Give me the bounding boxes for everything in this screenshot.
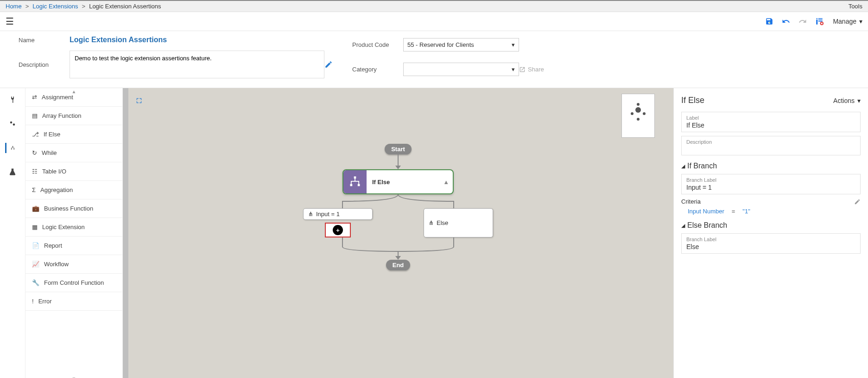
palette-while[interactable]: ↻While (25, 144, 122, 162)
svg-point-7 (635, 107, 641, 113)
hamburger-icon[interactable]: ☰ (6, 16, 14, 27)
svg-rect-3 (12, 146, 13, 147)
svg-point-6 (637, 103, 640, 106)
palette-array-function[interactable]: ▤Array Function (25, 107, 122, 125)
delete-icon[interactable] (815, 17, 824, 26)
branch-icon: ⋔ (429, 219, 434, 226)
svg-point-8 (631, 112, 634, 115)
chevron-down-icon: ▾ (512, 41, 515, 48)
svg-point-1 (10, 122, 13, 124)
canvas-scrollbar[interactable] (123, 88, 128, 378)
canvas[interactable]: Start If Else ▲ ⋔ Input = 1 (123, 88, 673, 378)
panel-title: If Else (681, 96, 704, 105)
sigma-icon: Σ (32, 186, 36, 193)
branch-input-1[interactable]: ⋔ Input = 1 (303, 208, 373, 220)
database-icon: ☷ (32, 168, 38, 175)
rail-flow-icon[interactable] (5, 143, 15, 153)
criteria-expression[interactable]: Input Number = "1" (688, 208, 861, 215)
svg-rect-4 (11, 148, 12, 149)
palette-aggregation[interactable]: ΣAggregation (25, 181, 122, 199)
expand-icon[interactable] (136, 97, 142, 104)
palette-workflow[interactable]: 📈Workflow (25, 255, 122, 274)
criteria-label: Criteria (681, 198, 701, 205)
grid-icon: ▦ (32, 224, 38, 231)
name-label: Name (19, 37, 70, 44)
properties-panel: If Else Actions ▾ Label If Else Descript… (673, 88, 868, 378)
swap-icon: ⇄ (32, 94, 37, 101)
rail-flask-icon[interactable] (7, 167, 18, 177)
list-icon: ▤ (32, 112, 38, 119)
svg-rect-12 (350, 184, 353, 186)
svg-point-2 (13, 123, 15, 126)
undo-icon[interactable] (782, 17, 790, 26)
workflow-icon: 📈 (32, 261, 39, 268)
svg-rect-5 (13, 148, 14, 149)
palette-error[interactable]: !Error (25, 292, 122, 311)
caret-icon: ◢ (681, 223, 685, 229)
ifelse-node-icon (343, 170, 367, 193)
svg-rect-11 (354, 176, 356, 179)
loop-icon: ↻ (32, 149, 37, 156)
if-branch-section[interactable]: ◢ If Branch (681, 162, 861, 170)
palette-logic-extension[interactable]: ▦Logic Extension (25, 218, 122, 237)
rail-plug-icon[interactable] (7, 95, 18, 105)
label-field[interactable]: Label If Else (681, 112, 861, 132)
branch-else[interactable]: ⋔ Else (424, 208, 493, 237)
panel-actions-button[interactable]: Actions ▾ (833, 97, 861, 104)
merge-connector (319, 237, 477, 256)
exclaim-icon: ! (32, 298, 34, 305)
breadcrumb-sep: > (25, 3, 29, 10)
tools-link[interactable]: Tools (849, 3, 862, 10)
description-label: Description (19, 61, 70, 68)
else-branch-label-field[interactable]: Branch Label Else (681, 233, 861, 254)
start-node[interactable]: Start (385, 144, 412, 154)
palette: ▲ ⇄Assignment ▤Array Function ⎇If Else ↻… (25, 88, 123, 378)
chevron-down-icon: ▾ (857, 97, 861, 104)
palette-table-io[interactable]: ☷Table I/O (25, 162, 122, 181)
breadcrumb: Home > Logic Extensions > Logic Extensio… (6, 3, 161, 10)
palette-scroll-down[interactable]: ▼ (72, 376, 76, 378)
edit-criteria-icon[interactable] (854, 199, 861, 205)
ifelse-node-label: If Else (367, 179, 443, 186)
branch-connector (319, 194, 477, 208)
branch-icon: ⎇ (32, 131, 39, 138)
briefcase-icon: 💼 (32, 205, 39, 212)
chevron-up-icon[interactable]: ▲ (443, 179, 453, 186)
rail-gears-icon[interactable] (7, 119, 18, 129)
palette-report[interactable]: 📄Report (25, 237, 122, 255)
plus-icon: + (333, 225, 343, 235)
minimap[interactable] (621, 94, 655, 138)
description-field[interactable]: Description (681, 136, 861, 155)
share-button[interactable]: Share (519, 66, 556, 73)
save-icon[interactable] (765, 17, 773, 26)
product-code-label: Product Code (352, 41, 403, 48)
else-branch-section[interactable]: ◢ Else Branch (681, 221, 861, 230)
palette-if-else[interactable]: ⎇If Else (25, 125, 122, 144)
description-input[interactable]: Demo to test the logic extension asserti… (70, 51, 324, 78)
svg-rect-13 (358, 184, 360, 186)
caret-icon: ◢ (681, 163, 685, 169)
tools-icon: 🔧 (32, 279, 39, 286)
if-branch-label-field[interactable]: Branch Label Input = 1 (681, 174, 861, 194)
svg-point-9 (643, 112, 646, 115)
palette-form-control[interactable]: 🔧Form Control Function (25, 274, 122, 292)
palette-business-function[interactable]: 💼Business Function (25, 199, 122, 218)
ifelse-node[interactable]: If Else ▲ (342, 169, 454, 194)
palette-scroll-up[interactable]: ▲ (72, 89, 76, 94)
chevron-down-icon: ▾ (512, 66, 515, 73)
manage-button[interactable]: Manage ▾ (833, 18, 862, 25)
breadcrumb-logic-extensions[interactable]: Logic Extensions (32, 3, 78, 10)
redo-icon[interactable] (798, 17, 807, 26)
add-step-button[interactable]: + (325, 223, 351, 237)
category-label: Category (352, 66, 403, 73)
breadcrumb-current: Logic Extension Assertions (89, 3, 161, 10)
breadcrumb-home[interactable]: Home (6, 3, 22, 10)
name-value[interactable]: Logic Extension Assertions (70, 36, 324, 44)
edit-icon[interactable] (324, 60, 338, 69)
svg-point-10 (637, 118, 640, 121)
end-node[interactable]: End (386, 260, 411, 270)
product-code-select[interactable]: 55 - Reserved for Clients ▾ (403, 38, 519, 51)
branch-icon: ⋔ (308, 211, 313, 218)
document-icon: 📄 (32, 242, 39, 249)
category-select[interactable]: ▾ (403, 63, 519, 76)
